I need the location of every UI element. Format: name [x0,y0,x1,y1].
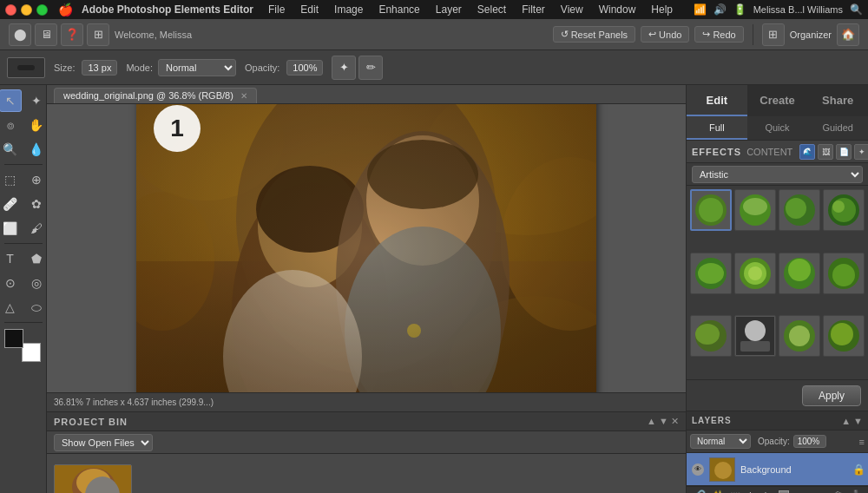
effect-thumb-3[interactable] [779,189,820,231]
effect-thumb-12[interactable] [823,315,865,357]
new-layer-icon[interactable]: ➕ [849,490,863,494]
airbrush-toggle[interactable]: ✦ [332,56,356,80]
maximize-button[interactable] [36,4,48,16]
eyedropper-tool[interactable]: 💧 [25,138,48,161]
tab-quick[interactable]: Quick [747,116,808,140]
delete-layer-icon[interactable]: 🗑 [832,490,844,494]
layer-lock-icon[interactable]: 🔒 [852,463,863,476]
zoom-tool[interactable]: 🔍 [0,138,22,161]
window-controls[interactable] [5,4,48,16]
layers-expand[interactable]: ▲ ▼ [841,416,863,426]
bin-thumbnail[interactable] [54,464,132,493]
effect-icon-4[interactable]: ✦ [854,144,868,160]
content-label[interactable]: CONTENT [746,147,792,157]
effect-thumb-8[interactable] [823,253,865,294]
menu-view[interactable]: View [556,2,588,17]
spot-heal-tool[interactable]: 🩹 [0,193,22,215]
canvas-viewport[interactable]: 1 [47,104,686,392]
tool-btn-2[interactable]: 🖥 [35,23,57,46]
close-button[interactable] [5,4,16,16]
add-mask-icon[interactable]: ⬚ [730,490,740,494]
magic-wand-tool[interactable]: ✦ [25,89,48,112]
opacity-value[interactable]: 100% [286,60,323,76]
selection-tool[interactable]: ↖ [0,89,22,112]
effect-thumb-9[interactable] [690,315,732,357]
search-icon[interactable]: 🔍 [850,3,863,16]
effect-icon-3[interactable]: 📄 [836,144,852,160]
tool-btn-1[interactable]: ⬤ [9,23,31,46]
menu-filter[interactable]: Filter [517,2,549,17]
foreground-background[interactable] [4,329,43,362]
canvas-tab-active[interactable]: wedding_original.png @ 36.8% (RGB/8) ✕ [54,88,257,103]
effect-thumb-10[interactable] [734,315,776,357]
tool-btn-3[interactable]: ❓ [61,23,83,46]
effect-thumb-6[interactable] [734,253,776,294]
crop-tool[interactable]: ⬚ [0,168,22,191]
menu-edit[interactable]: Edit [296,2,323,17]
mode-select[interactable]: Normal Multiply Screen [158,59,236,76]
add-style-icon[interactable]: ✨ [711,490,725,494]
effect-thumb-11[interactable] [779,315,820,357]
clone-tool[interactable]: ✿ [25,193,48,215]
layer-mode-select[interactable]: Normal Multiply Screen [690,434,751,449]
tab-full[interactable]: Full [687,116,747,140]
user-name[interactable]: Melissa B...l Williams [753,4,843,15]
stylus-toggle[interactable]: ✏ [358,56,383,80]
background-color[interactable] [22,343,41,362]
layers-options[interactable]: ≡ [859,437,865,447]
close-tab-button[interactable]: ✕ [240,91,247,101]
project-bin-content[interactable] [47,454,686,493]
opacity-label: Opacity: [758,437,790,446]
text-tool[interactable]: T [0,247,22,270]
smart-brush-tool[interactable]: ⊙ [0,272,22,294]
effect-thumb-1[interactable] [690,189,732,231]
effects-grid[interactable] [687,186,868,379]
apple-icon[interactable]: 🍎 [58,3,73,16]
brush-preview[interactable] [7,57,45,78]
home-button[interactable]: 🏠 [837,23,859,46]
reset-panels-button[interactable]: ↺ Reset Panels [553,26,635,43]
brush-tool[interactable]: 🖌 [25,217,48,240]
effect-icon-1[interactable]: 🌊 [799,144,815,160]
show-files-select[interactable]: Show Open Files Show All Files Show Favo… [54,434,153,451]
tab-edit[interactable]: Edit [687,85,747,116]
redo-button[interactable]: ↪ Redo [694,26,743,43]
blur-tool[interactable]: ◎ [25,272,48,294]
tab-share[interactable]: Share [807,85,868,116]
foreground-color[interactable] [4,329,23,348]
organizer-label[interactable]: Organizer [790,30,832,40]
menu-layer[interactable]: Layer [431,2,466,17]
sponge-tool[interactable]: △ [0,296,22,319]
menu-enhance[interactable]: Enhance [374,2,424,17]
menu-file[interactable]: File [264,2,289,17]
filter-type-select[interactable]: Artistic Sketch Stylize Brush Strokes Di… [692,166,863,183]
lasso-tool[interactable]: ⌾ [0,114,22,136]
tool-btn-4[interactable]: ⊞ [87,23,109,46]
apply-button[interactable]: Apply [802,385,861,406]
tab-create[interactable]: Create [747,85,808,116]
undo-button[interactable]: ↩ Undo [641,26,689,43]
effect-thumb-2[interactable] [734,189,776,231]
effect-thumb-7[interactable] [779,253,820,294]
tab-guided[interactable]: Guided [807,116,868,140]
organizer-icon[interactable]: ⊞ [762,23,785,46]
hand-tool[interactable]: ✋ [25,114,48,136]
layer-visibility-toggle[interactable]: 👁 [692,463,704,476]
project-bin-expand[interactable]: ▲ ▼ ✕ [647,416,679,427]
eraser-tool[interactable]: ⬜ [0,217,22,240]
layer-item[interactable]: 👁 Background 🔒 [687,453,868,486]
menu-help[interactable]: Help [647,2,677,17]
menu-image[interactable]: Image [330,2,367,17]
menu-select[interactable]: Select [473,2,510,17]
link-layers-icon[interactable]: 🔗 [692,490,706,494]
effect-thumb-4[interactable] [823,189,865,231]
effect-thumb-5[interactable] [690,253,732,294]
opacity-input[interactable] [793,435,826,448]
menu-window[interactable]: Window [595,2,641,17]
effect-icon-2[interactable]: 🖼 [818,144,833,160]
size-value[interactable]: 13 px [82,60,117,76]
dodge-tool[interactable]: ⬭ [25,296,48,319]
redeye-tool[interactable]: ⊕ [25,168,48,191]
shape-tool[interactable]: ⬟ [25,247,48,270]
minimize-button[interactable] [21,4,32,16]
